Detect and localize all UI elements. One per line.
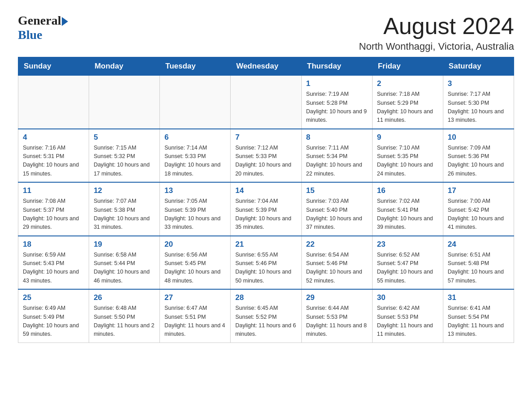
calendar-week-row: 25Sunrise: 6:49 AM Sunset: 5:49 PM Dayli… — [18, 289, 514, 342]
day-number: 14 — [235, 186, 296, 195]
day-number: 6 — [164, 133, 226, 142]
calendar-cell: 20Sunrise: 6:56 AM Sunset: 5:45 PM Dayli… — [160, 236, 231, 290]
day-number: 5 — [94, 133, 155, 142]
day-number: 1 — [306, 79, 368, 88]
day-info: Sunrise: 6:51 AM Sunset: 5:48 PM Dayligh… — [448, 251, 509, 286]
calendar-week-row: 11Sunrise: 7:08 AM Sunset: 5:37 PM Dayli… — [18, 182, 514, 236]
calendar-cell: 3Sunrise: 7:17 AM Sunset: 5:30 PM Daylig… — [443, 76, 514, 129]
day-number: 26 — [94, 293, 155, 302]
day-info: Sunrise: 7:05 AM Sunset: 5:39 PM Dayligh… — [164, 197, 226, 232]
day-number: 13 — [164, 186, 226, 195]
day-number: 3 — [448, 79, 509, 88]
calendar-cell: 13Sunrise: 7:05 AM Sunset: 5:39 PM Dayli… — [160, 182, 231, 236]
location-title: North Wonthaggi, Victoria, Australia — [359, 41, 514, 52]
day-number: 12 — [94, 186, 155, 195]
calendar-week-row: 4Sunrise: 7:16 AM Sunset: 5:31 PM Daylig… — [18, 129, 514, 183]
day-info: Sunrise: 7:16 AM Sunset: 5:31 PM Dayligh… — [23, 144, 84, 179]
calendar-cell: 27Sunrise: 6:47 AM Sunset: 5:51 PM Dayli… — [160, 289, 231, 342]
calendar-cell: 18Sunrise: 6:59 AM Sunset: 5:43 PM Dayli… — [18, 236, 89, 290]
day-info: Sunrise: 7:17 AM Sunset: 5:30 PM Dayligh… — [448, 90, 509, 125]
day-info: Sunrise: 7:07 AM Sunset: 5:38 PM Dayligh… — [94, 197, 155, 232]
calendar-cell — [160, 76, 231, 129]
calendar-cell — [89, 76, 160, 129]
day-info: Sunrise: 6:56 AM Sunset: 5:45 PM Dayligh… — [164, 251, 226, 286]
logo: General Blue — [18, 13, 68, 42]
calendar-cell: 11Sunrise: 7:08 AM Sunset: 5:37 PM Dayli… — [18, 182, 89, 236]
day-number: 16 — [377, 186, 438, 195]
day-number: 17 — [448, 186, 509, 195]
calendar-cell: 14Sunrise: 7:04 AM Sunset: 5:39 PM Dayli… — [231, 182, 301, 236]
day-info: Sunrise: 7:02 AM Sunset: 5:41 PM Dayligh… — [377, 197, 438, 232]
day-info: Sunrise: 7:10 AM Sunset: 5:35 PM Dayligh… — [377, 144, 438, 179]
calendar-cell: 15Sunrise: 7:03 AM Sunset: 5:40 PM Dayli… — [301, 182, 372, 236]
calendar-cell: 17Sunrise: 7:00 AM Sunset: 5:42 PM Dayli… — [443, 182, 514, 236]
calendar-cell: 12Sunrise: 7:07 AM Sunset: 5:38 PM Dayli… — [89, 182, 160, 236]
day-number: 7 — [235, 133, 296, 142]
day-info: Sunrise: 7:09 AM Sunset: 5:36 PM Dayligh… — [448, 144, 509, 179]
calendar-week-row: 1Sunrise: 7:19 AM Sunset: 5:28 PM Daylig… — [18, 76, 514, 129]
day-info: Sunrise: 6:55 AM Sunset: 5:46 PM Dayligh… — [235, 251, 296, 286]
calendar-cell: 30Sunrise: 6:42 AM Sunset: 5:53 PM Dayli… — [372, 289, 443, 342]
calendar-cell: 19Sunrise: 6:58 AM Sunset: 5:44 PM Dayli… — [89, 236, 160, 290]
calendar-day-header: Thursday — [301, 57, 372, 76]
day-info: Sunrise: 6:49 AM Sunset: 5:49 PM Dayligh… — [23, 304, 84, 339]
day-number: 30 — [377, 293, 438, 302]
calendar-table: SundayMondayTuesdayWednesdayThursdayFrid… — [18, 57, 514, 343]
day-info: Sunrise: 6:54 AM Sunset: 5:46 PM Dayligh… — [306, 251, 368, 286]
calendar-day-header: Monday — [89, 57, 160, 76]
day-info: Sunrise: 7:18 AM Sunset: 5:29 PM Dayligh… — [377, 90, 438, 125]
day-number: 29 — [306, 293, 368, 302]
day-info: Sunrise: 6:59 AM Sunset: 5:43 PM Dayligh… — [23, 251, 84, 286]
day-number: 23 — [377, 240, 438, 249]
day-info: Sunrise: 6:41 AM Sunset: 5:54 PM Dayligh… — [448, 304, 509, 339]
calendar-cell: 24Sunrise: 6:51 AM Sunset: 5:48 PM Dayli… — [443, 236, 514, 290]
calendar-cell: 9Sunrise: 7:10 AM Sunset: 5:35 PM Daylig… — [372, 129, 443, 183]
calendar-cell: 6Sunrise: 7:14 AM Sunset: 5:33 PM Daylig… — [160, 129, 231, 183]
day-info: Sunrise: 7:12 AM Sunset: 5:33 PM Dayligh… — [235, 144, 296, 179]
calendar-cell — [18, 76, 89, 129]
calendar-header-row: SundayMondayTuesdayWednesdayThursdayFrid… — [18, 57, 514, 76]
calendar-cell: 26Sunrise: 6:48 AM Sunset: 5:50 PM Dayli… — [89, 289, 160, 342]
calendar-cell: 1Sunrise: 7:19 AM Sunset: 5:28 PM Daylig… — [301, 76, 372, 129]
day-info: Sunrise: 7:08 AM Sunset: 5:37 PM Dayligh… — [23, 197, 84, 232]
calendar-cell — [231, 76, 301, 129]
calendar-cell: 5Sunrise: 7:15 AM Sunset: 5:32 PM Daylig… — [89, 129, 160, 183]
day-number: 31 — [448, 293, 509, 302]
calendar-day-header: Tuesday — [160, 57, 231, 76]
calendar-cell: 21Sunrise: 6:55 AM Sunset: 5:46 PM Dayli… — [231, 236, 301, 290]
calendar-day-header: Sunday — [18, 57, 89, 76]
day-number: 9 — [377, 133, 438, 142]
day-number: 20 — [164, 240, 226, 249]
day-number: 21 — [235, 240, 296, 249]
day-info: Sunrise: 6:45 AM Sunset: 5:52 PM Dayligh… — [235, 304, 296, 339]
day-info: Sunrise: 7:03 AM Sunset: 5:40 PM Dayligh… — [306, 197, 368, 232]
day-info: Sunrise: 7:14 AM Sunset: 5:33 PM Dayligh… — [164, 144, 226, 179]
day-info: Sunrise: 7:15 AM Sunset: 5:32 PM Dayligh… — [94, 144, 155, 179]
day-info: Sunrise: 7:04 AM Sunset: 5:39 PM Dayligh… — [235, 197, 296, 232]
day-info: Sunrise: 7:00 AM Sunset: 5:42 PM Dayligh… — [448, 197, 509, 232]
day-number: 22 — [306, 240, 368, 249]
page-header: General Blue August 2024 North Wonthaggi… — [18, 13, 514, 52]
logo-blue-text: Blue — [18, 28, 42, 42]
day-number: 19 — [94, 240, 155, 249]
calendar-day-header: Friday — [372, 57, 443, 76]
calendar-day-header: Saturday — [443, 57, 514, 76]
day-number: 25 — [23, 293, 84, 302]
calendar-cell: 25Sunrise: 6:49 AM Sunset: 5:49 PM Dayli… — [18, 289, 89, 342]
calendar-cell: 23Sunrise: 6:52 AM Sunset: 5:47 PM Dayli… — [372, 236, 443, 290]
calendar-cell: 29Sunrise: 6:44 AM Sunset: 5:53 PM Dayli… — [301, 289, 372, 342]
day-number: 28 — [235, 293, 296, 302]
day-info: Sunrise: 6:47 AM Sunset: 5:51 PM Dayligh… — [164, 304, 226, 339]
day-info: Sunrise: 6:52 AM Sunset: 5:47 PM Dayligh… — [377, 251, 438, 286]
day-info: Sunrise: 6:58 AM Sunset: 5:44 PM Dayligh… — [94, 251, 155, 286]
day-number: 2 — [377, 79, 438, 88]
calendar-cell: 28Sunrise: 6:45 AM Sunset: 5:52 PM Dayli… — [231, 289, 301, 342]
day-number: 18 — [23, 240, 84, 249]
calendar-cell: 31Sunrise: 6:41 AM Sunset: 5:54 PM Dayli… — [443, 289, 514, 342]
day-number: 10 — [448, 133, 509, 142]
day-info: Sunrise: 7:11 AM Sunset: 5:34 PM Dayligh… — [306, 144, 368, 179]
day-number: 8 — [306, 133, 368, 142]
day-number: 11 — [23, 186, 84, 195]
calendar-cell: 22Sunrise: 6:54 AM Sunset: 5:46 PM Dayli… — [301, 236, 372, 290]
day-info: Sunrise: 6:42 AM Sunset: 5:53 PM Dayligh… — [377, 304, 438, 339]
